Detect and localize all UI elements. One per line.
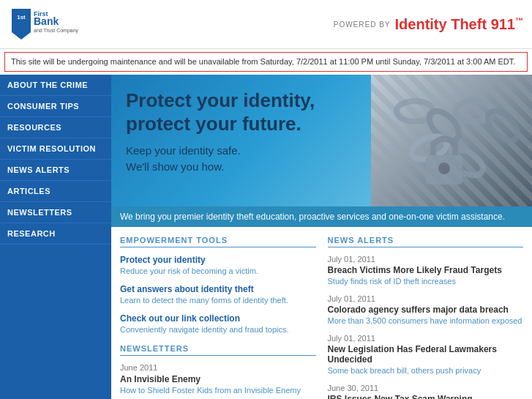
main-content: EMPOWERMENT TOOLS Protect your identity … — [111, 227, 532, 399]
sidebar-item-news-alerts[interactable]: News Alerts — [0, 160, 111, 181]
news-item-1: July 01, 2011 Breach Victims More Likely… — [328, 255, 524, 286]
news-title-1[interactable]: Breach Victims More Likely Fraud Targets — [328, 265, 524, 275]
sidebar-item-newsletters[interactable]: Newsletters — [0, 202, 111, 223]
news-link-1[interactable]: Breach Victims More Likely Fraud Targets — [328, 265, 502, 275]
tool-link-1[interactable]: Protect your identity — [120, 255, 206, 265]
logo-box: 1st First Bank and Trust Company — [9, 6, 53, 42]
tool-desc-3: Conveniently navigate identity and fraud… — [120, 325, 316, 334]
news-desc-3[interactable]: Some back breach bill, others push priva… — [328, 366, 524, 375]
sidebar: About The Crime Consumer Tips Resources … — [0, 75, 111, 399]
tool-desc-2: Learn to detect the many forms of identi… — [120, 296, 316, 305]
svg-point-12 — [438, 163, 450, 174]
hero-chain-image — [371, 75, 532, 206]
powered-by-area: POWERED BY Identity Theft 911™ — [334, 16, 523, 33]
hero-tagline-text: We bring you premier identity theft educ… — [120, 212, 505, 222]
news-link-3[interactable]: New Legislation Has Federal Lawmakers Un… — [328, 344, 497, 365]
tool-item-1: Protect your identity Reduce your risk o… — [120, 255, 316, 275]
sidebar-item-about-the-crime[interactable]: About The Crime — [0, 75, 111, 96]
news-desc-link-3[interactable]: Some back breach bill, others push priva… — [328, 366, 482, 375]
newsletter-link-1[interactable]: An Invisible Enemy — [120, 374, 201, 384]
news-desc-2[interactable]: More than 3,500 consumers have informati… — [328, 316, 524, 325]
news-link-4[interactable]: IRS Issues New Tax Scam Warning — [328, 394, 473, 399]
news-date-2: July 01, 2011 — [328, 294, 524, 303]
news-item-3: July 01, 2011 New Legislation Has Federa… — [328, 334, 524, 375]
sidebar-item-victim-resolution[interactable]: Victim Resolution — [0, 138, 111, 160]
sidebar-item-articles[interactable]: Articles — [0, 181, 111, 202]
empowerment-tools-header: EMPOWERMENT TOOLS — [120, 236, 316, 247]
news-desc-link-2[interactable]: More than 3,500 consumers have informati… — [328, 316, 522, 325]
newsletters-header: NEWSLETTERS — [120, 344, 316, 356]
hero-title-line2: protect your future. — [126, 113, 301, 135]
news-alerts-column: NEWS ALERTS July 01, 2011 Breach Victims… — [328, 236, 524, 399]
sidebar-nav: About The Crime Consumer Tips Resources … — [0, 75, 111, 245]
news-desc-1[interactable]: Study finds risk of ID theft increases — [328, 277, 524, 286]
main-layout: About The Crime Consumer Tips Resources … — [0, 75, 532, 399]
svg-point-8 — [482, 106, 522, 146]
identity-theft-logo: Identity Theft 911™ — [395, 16, 523, 33]
news-desc-link-1[interactable]: Study finds risk of ID theft increases — [328, 277, 456, 286]
news-item-4: June 30, 2011 IRS Issues New Tax Scam Wa… — [328, 384, 524, 399]
newsletters-section: NEWSLETTERS June 2011 An Invisible Enemy… — [120, 344, 316, 395]
news-item-2: July 01, 2011 Colorado agency suffers ma… — [328, 294, 524, 325]
news-date-1: July 01, 2011 — [328, 255, 524, 264]
sidebar-back: Back to First Bank and Trust Company — [0, 245, 111, 285]
hero-title: Protect your identity, protect your futu… — [126, 89, 315, 135]
news-title-3[interactable]: New Legislation Has Federal Lawmakers Un… — [328, 344, 524, 365]
sidebar-item-research[interactable]: Research — [0, 223, 111, 245]
empowerment-tools-column: EMPOWERMENT TOOLS Protect your identity … — [120, 236, 316, 399]
newsletter-desc-1[interactable]: How to Shield Foster Kids from an Invisi… — [120, 386, 316, 395]
tool-title-3[interactable]: Check out our link collection — [120, 313, 316, 324]
svg-text:and Trust Company: and Trust Company — [34, 28, 79, 34]
logo-area: 1st First Bank and Trust Company — [9, 6, 53, 42]
maintenance-message: This site will be undergoing maintenance… — [11, 57, 515, 66]
bank-logo: 1st First Bank and Trust Company — [9, 6, 82, 42]
hero-banner: Protect your identity, protect your futu… — [111, 75, 532, 206]
sidebar-item-resources[interactable]: Resources — [0, 117, 111, 138]
tool-link-3[interactable]: Check out our link collection — [120, 313, 240, 324]
identity-911-text: 911™ — [491, 16, 523, 32]
hero-subtitle-line2: We'll show you how. — [126, 160, 224, 173]
news-alerts-header: NEWS ALERTS — [328, 236, 524, 247]
sidebar-item-consumer-tips[interactable]: Consumer Tips — [0, 96, 111, 117]
back-link[interactable]: Back to First Bank and Trust Company — [7, 254, 89, 274]
hero-text: Protect your identity, protect your futu… — [126, 89, 315, 175]
newsletter-title-1[interactable]: An Invisible Enemy — [120, 374, 316, 384]
tool-title-2[interactable]: Get answers about identity theft — [120, 284, 316, 294]
powered-by-label: POWERED BY — [334, 20, 391, 29]
svg-text:1st: 1st — [17, 14, 26, 20]
news-title-4[interactable]: IRS Issues New Tax Scam Warning — [328, 394, 524, 399]
hero-subtitle-line1: Keep your identity safe. — [126, 144, 241, 157]
news-date-3: July 01, 2011 — [328, 334, 524, 343]
tool-item-3: Check out our link collection Convenient… — [120, 313, 316, 334]
newsletter-desc-link-1[interactable]: How to Shield Foster Kids from an Invisi… — [120, 386, 301, 395]
tool-link-2[interactable]: Get answers about identity theft — [120, 284, 254, 294]
hero-title-line1: Protect your identity, — [126, 89, 315, 111]
header: 1st First Bank and Trust Company POWERED… — [0, 0, 532, 49]
svg-text:Bank: Bank — [34, 15, 59, 27]
tool-desc-1: Reduce your risk of becoming a victim. — [120, 266, 316, 275]
news-link-2[interactable]: Colorado agency suffers major data breac… — [328, 305, 509, 315]
tool-item-2: Get answers about identity theft Learn t… — [120, 284, 316, 305]
newsletter-date-1: June 2011 — [120, 363, 316, 372]
news-title-2[interactable]: Colorado agency suffers major data breac… — [328, 305, 524, 315]
hero-tagline: We bring you premier identity theft educ… — [111, 206, 532, 227]
news-date-4: June 30, 2011 — [328, 384, 524, 392]
identity-theft-text: Identity Theft — [395, 16, 487, 32]
tool-title-1[interactable]: Protect your identity — [120, 255, 316, 265]
hero-subtitle: Keep your identity safe. We'll show you … — [126, 143, 315, 176]
chain-svg — [371, 75, 532, 206]
maintenance-bar: This site will be undergoing maintenance… — [4, 52, 528, 72]
content-area: Protect your identity, protect your futu… — [111, 75, 532, 399]
